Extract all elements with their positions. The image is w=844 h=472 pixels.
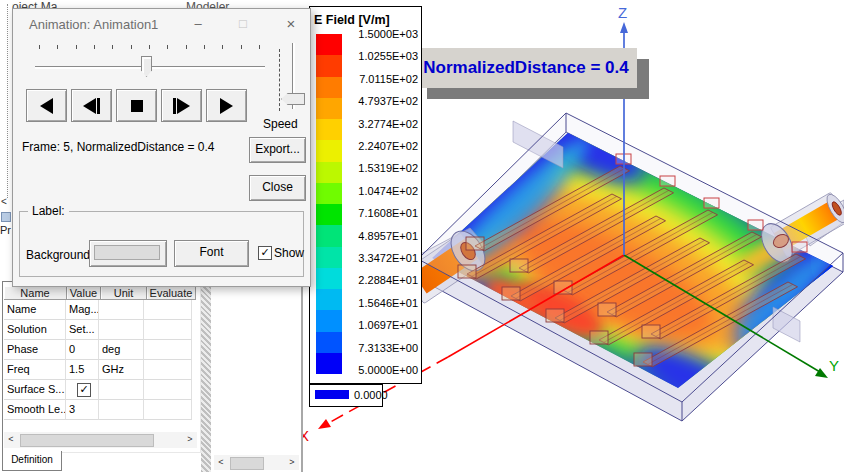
property-cell[interactable]: 1.5 (66, 360, 99, 380)
property-cell[interactable] (144, 340, 192, 360)
play-reverse-button[interactable] (26, 89, 67, 122)
property-name: Smooth Le... (4, 400, 66, 420)
play-forward-button[interactable] (206, 89, 247, 122)
font-button[interactable]: Font (174, 240, 249, 267)
speed-slider-ticks (279, 49, 280, 111)
legend-value: 7.3133E+00 (342, 342, 418, 355)
zero-color-swatch (315, 390, 349, 399)
legend-value: 3.3472E+01 (342, 252, 418, 265)
legend-value: 3.2774E+02 (342, 118, 418, 131)
panel-splitter[interactable] (201, 281, 211, 472)
legend-value: 7.0115E+02 (342, 73, 418, 86)
field-legend: E Field [V/m] 1.5000E+031.0255E+037.0115… (309, 6, 422, 384)
bar-triangle-right-icon (173, 98, 176, 114)
bar-triangle-right-icon (177, 98, 190, 114)
table-row: Surface S...✓ (4, 380, 192, 400)
legend-value: 2.2884E+01 (342, 274, 418, 287)
show-checkbox-label: Show (274, 246, 304, 260)
maximize-button[interactable]: □ (230, 14, 256, 33)
close-icon[interactable]: × (278, 14, 304, 33)
property-cell[interactable]: ✓ (66, 380, 99, 400)
triangle-left-bar-icon (83, 98, 96, 114)
menubar-fragment: Modeler (186, 0, 306, 8)
legend-value: 1.0474E+02 (342, 185, 418, 198)
background-color-swatch (94, 245, 160, 260)
scroll-thumb[interactable] (230, 457, 264, 470)
property-name: Freq (4, 360, 66, 380)
table-row: NameMag... (4, 300, 192, 320)
legend-value: 7.1608E+01 (342, 207, 418, 220)
frame-status-text: Frame: 5, NormalizedDistance = 0.4 (22, 140, 214, 154)
property-cell[interactable]: deg (99, 340, 144, 360)
legend-value: 1.5646E+01 (342, 297, 418, 310)
table-row: SolutionSet... (4, 320, 192, 340)
property-cell[interactable]: 3 (66, 400, 99, 420)
property-cell[interactable] (144, 300, 192, 320)
label-group-box: Label: Background: Font ✓ Show (19, 211, 304, 277)
label-group-title: Label: (28, 204, 69, 218)
scroll-right-icon[interactable]: > (285, 455, 299, 470)
legend-value: 1.5000E+03 (342, 28, 418, 41)
triangle-left-icon (40, 98, 53, 114)
property-name: Phase (4, 340, 66, 360)
tab-scroll-left-icon[interactable]: < (1, 196, 7, 207)
close-button[interactable]: Close (249, 175, 306, 201)
properties-panel: NameValueUnitEvaluate NameMag...Solution… (2, 281, 201, 453)
column-header[interactable]: Value (67, 286, 101, 300)
property-cell[interactable] (99, 300, 144, 320)
legend-values: 1.5000E+031.0255E+037.0115E+024.7937E+02… (310, 7, 421, 383)
export-button[interactable]: Export... (249, 137, 306, 163)
property-name: Surface S... (4, 380, 66, 400)
background-color-button[interactable] (89, 240, 167, 267)
scroll-left-icon[interactable]: < (4, 432, 18, 448)
dock-strip: < Pr (0, 0, 12, 277)
axis-y-label: Y (829, 357, 839, 374)
column-header[interactable]: Evaluate (147, 286, 196, 300)
scroll-thumb[interactable] (20, 434, 154, 447)
frame-slider-ticks (39, 45, 261, 50)
property-cell[interactable]: GHz (99, 360, 144, 380)
property-cell[interactable] (99, 320, 144, 340)
scroll-left-icon[interactable]: < (214, 455, 228, 470)
legend-value: 2.2407E+02 (342, 140, 418, 153)
triangle-right-icon (220, 98, 233, 114)
column-header[interactable]: Name (4, 286, 67, 300)
legend-zero-entry: 0.0000 (309, 384, 383, 407)
step-back-button[interactable] (71, 89, 112, 122)
property-cell[interactable]: Mag... (66, 300, 99, 320)
side-pane: < > (212, 285, 301, 472)
side-hscrollbar[interactable]: < > (214, 455, 299, 470)
stop-button[interactable] (116, 89, 157, 122)
property-name: Solution (4, 320, 66, 340)
minimize-button[interactable]: – (185, 14, 211, 33)
background-label: Background: (26, 248, 93, 262)
property-cell[interactable]: Set... (66, 320, 99, 340)
table-row: Phase0deg (4, 340, 192, 360)
legend-value: 1.0255E+03 (342, 50, 418, 63)
properties-hscrollbar[interactable]: < > (4, 432, 197, 448)
table-row: Freq1.5GHz (4, 360, 192, 380)
step-forward-button[interactable] (161, 89, 202, 122)
tab-definition[interactable]: Definition (2, 451, 62, 471)
properties-header: NameValueUnitEvaluate (4, 286, 196, 300)
triangle-left-bar-icon (97, 98, 100, 114)
column-header[interactable]: Unit (101, 286, 147, 300)
property-cell[interactable] (144, 360, 192, 380)
property-cell[interactable] (144, 400, 192, 420)
dialog-title: Animation: Animation1 (29, 17, 158, 32)
property-cell[interactable] (144, 380, 192, 400)
value-checkbox[interactable]: ✓ (77, 383, 91, 397)
square-icon (131, 100, 143, 112)
view-divider[interactable] (301, 285, 303, 472)
speed-slider-thumb[interactable] (281, 93, 305, 105)
dock-divider (7, 4, 8, 198)
scroll-right-icon[interactable]: > (183, 432, 197, 448)
property-cell[interactable]: 0 (66, 340, 99, 360)
show-checkbox[interactable]: ✓ (258, 246, 272, 260)
zero-value: 0.0000 (354, 389, 388, 401)
property-cell[interactable] (99, 400, 144, 420)
frame-slider-thumb[interactable] (141, 56, 152, 77)
table-row: Smooth Le...3 (4, 400, 192, 420)
property-cell[interactable] (144, 320, 192, 340)
property-cell[interactable] (99, 380, 144, 400)
